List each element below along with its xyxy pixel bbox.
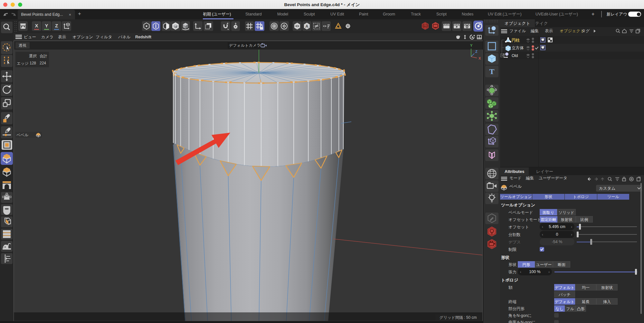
svg-text:Y: Y: [45, 23, 48, 28]
svg-text:X: X: [35, 23, 38, 28]
svg-text:T: T: [489, 67, 494, 76]
svg-text:円柱: 円柱: [512, 38, 520, 43]
svg-text:RV: RV: [424, 25, 427, 27]
svg-text:Y: Y: [470, 43, 473, 47]
svg-text:A: A: [305, 24, 308, 29]
svg-text:Z: Z: [475, 50, 478, 53]
svg-text:立方体: 立方体: [512, 46, 524, 50]
svg-text:Old: Old: [512, 53, 518, 58]
svg-text:X: X: [478, 56, 481, 60]
svg-text:Z: Z: [55, 23, 58, 28]
